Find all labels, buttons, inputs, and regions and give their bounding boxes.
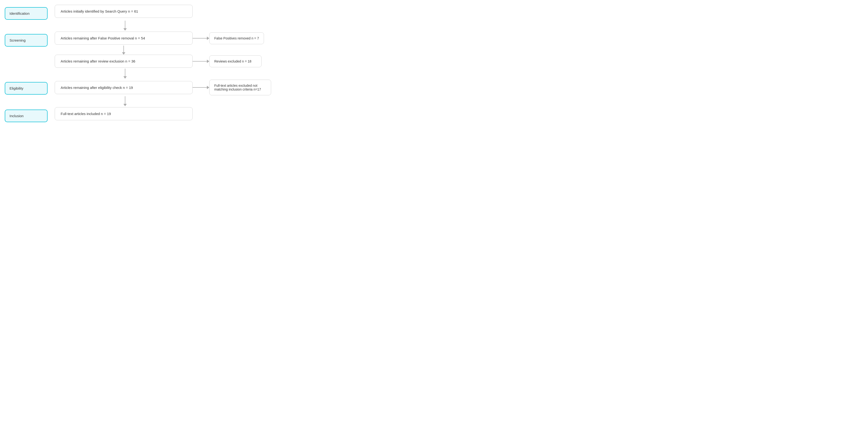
screening-content: Articles remaining after False Positive … bbox=[55, 32, 342, 68]
screening-label-wrapper: Screening bbox=[5, 32, 55, 68]
screening-side-box-1: False Positives removed n = 7 bbox=[209, 32, 264, 44]
side-connector-3: Full-text articles excluded not matching… bbox=[193, 79, 271, 95]
eligibility-side-box: Full-text articles excluded not matching… bbox=[209, 79, 271, 95]
eligibility-row: Articles remaining after eligibility che… bbox=[55, 79, 342, 95]
inclusion-main-box: Full-text articles included n = 19 bbox=[55, 107, 193, 120]
screening-side-text-2: Reviews excluded n = 18 bbox=[214, 59, 251, 63]
identification-content: Articles initially identified by Search … bbox=[55, 5, 342, 20]
eligibility-label-box: Eligibility bbox=[5, 82, 48, 95]
side-arrowhead-1 bbox=[207, 37, 209, 40]
arrow-shaft-3 bbox=[125, 69, 125, 76]
inclusion-row: Full-text articles included n = 19 bbox=[55, 107, 342, 120]
screening-box-2-text: Articles remaining after review exclusio… bbox=[61, 59, 135, 63]
down-arrow-1 bbox=[123, 21, 127, 31]
flowchart-container: Identification Articles initially identi… bbox=[5, 5, 342, 122]
identification-section: Identification Articles initially identi… bbox=[5, 5, 342, 20]
side-connector-1: False Positives removed n = 7 bbox=[193, 32, 264, 44]
identification-label: Identification bbox=[9, 11, 30, 15]
eligibility-content: Articles remaining after eligibility che… bbox=[55, 79, 342, 95]
arrow-screen-elig bbox=[5, 68, 342, 79]
side-line-3 bbox=[193, 87, 207, 88]
eligibility-label: Eligibility bbox=[9, 86, 23, 90]
screening-row-1: Articles remaining after False Positive … bbox=[55, 32, 342, 45]
arrow-shaft-2 bbox=[123, 45, 124, 52]
side-line-1 bbox=[193, 38, 207, 38]
inclusion-label-box: Inclusion bbox=[5, 109, 48, 122]
identification-main-box: Articles initially identified by Search … bbox=[55, 5, 193, 18]
identification-label-wrapper: Identification bbox=[5, 5, 55, 20]
inclusion-content: Full-text articles included n = 19 bbox=[55, 107, 342, 122]
identification-main-row: Articles initially identified by Search … bbox=[55, 5, 342, 18]
down-arrow-4 bbox=[123, 96, 127, 106]
screening-label-box: Screening bbox=[5, 34, 48, 46]
eligibility-label-wrapper: Eligibility bbox=[5, 79, 55, 95]
screening-box-1-text: Articles remaining after False Positive … bbox=[61, 36, 145, 40]
screening-box-2: Articles remaining after review exclusio… bbox=[55, 55, 193, 68]
arrow-tip-3 bbox=[123, 76, 127, 79]
screening-box-1: Articles remaining after False Positive … bbox=[55, 32, 193, 45]
identification-main-text: Articles initially identified by Search … bbox=[61, 9, 138, 13]
arrow-shaft-4 bbox=[125, 96, 125, 104]
inclusion-label-wrapper: Inclusion bbox=[5, 107, 55, 122]
screening-side-text-1: False Positives removed n = 7 bbox=[214, 36, 259, 40]
arrow-tip-2 bbox=[122, 52, 125, 55]
eligibility-section: Eligibility Articles remaining after eli… bbox=[5, 79, 342, 95]
identification-label-box: Identification bbox=[5, 7, 48, 20]
arrow-shaft-1 bbox=[125, 21, 125, 28]
side-line-2 bbox=[193, 61, 207, 62]
inclusion-main-text: Full-text articles included n = 19 bbox=[61, 112, 111, 116]
eligibility-main-text: Articles remaining after eligibility che… bbox=[61, 86, 133, 90]
side-connector-2: Reviews excluded n = 18 bbox=[193, 55, 261, 67]
screening-side-box-2: Reviews excluded n = 18 bbox=[209, 55, 261, 67]
eligibility-main-box: Articles remaining after eligibility che… bbox=[55, 81, 193, 94]
side-arrowhead-3 bbox=[207, 86, 209, 89]
screening-section: Screening Articles remaining after False… bbox=[5, 32, 342, 68]
arrow-tip-4 bbox=[123, 104, 127, 106]
eligibility-side-text: Full-text articles excluded not matching… bbox=[214, 84, 261, 91]
screening-label: Screening bbox=[9, 38, 26, 42]
inclusion-section: Inclusion Full-text articles included n … bbox=[5, 107, 342, 122]
screening-row-2: Articles remaining after review exclusio… bbox=[55, 55, 342, 68]
arrow-ident-screen bbox=[5, 20, 342, 32]
side-arrowhead-2 bbox=[207, 60, 209, 63]
arrow-elig-incl bbox=[5, 95, 342, 107]
arrow-tip-1 bbox=[123, 28, 127, 31]
inclusion-label: Inclusion bbox=[9, 114, 24, 118]
down-arrow-2-wrapper bbox=[55, 45, 193, 55]
down-arrow-3 bbox=[123, 69, 127, 79]
